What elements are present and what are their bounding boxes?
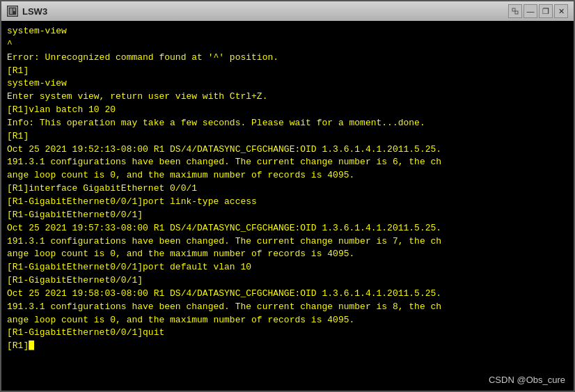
maximize-button[interactable]: ❐ [539, 4, 553, 18]
svg-rect-1 [10, 8, 13, 14]
window-title: LSW3 [22, 6, 47, 17]
window-icon [7, 6, 18, 17]
svg-rect-3 [512, 8, 515, 11]
watermark: CSDN @Obs_cure [489, 375, 565, 385]
svg-rect-2 [13, 8, 15, 11]
window: LSW3 — ❐ ✕ system-view ^ Error: Unrecogn… [0, 0, 575, 392]
minimize-button[interactable] [508, 4, 522, 18]
svg-rect-4 [515, 11, 518, 14]
close-button[interactable]: ✕ [554, 4, 568, 18]
restore-button[interactable]: — [523, 4, 537, 18]
titlebar-buttons: — ❐ ✕ [508, 4, 568, 18]
terminal-output: system-view ^ Error: Unrecognized comman… [7, 25, 568, 353]
titlebar: LSW3 — ❐ ✕ [1, 1, 574, 21]
terminal[interactable]: system-view ^ Error: Unrecognized comman… [1, 21, 574, 391]
titlebar-left: LSW3 [7, 6, 47, 17]
